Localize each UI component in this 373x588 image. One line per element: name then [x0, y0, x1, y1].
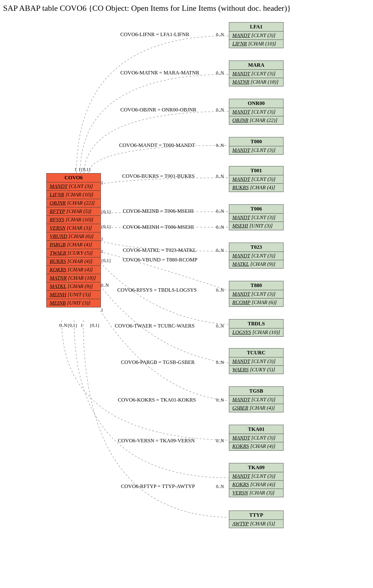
field: PARGB [CHAR (4)]	[47, 241, 101, 249]
field: KOKRS [CHAR (4)]	[47, 266, 101, 274]
cardinality-right: 0..N	[216, 323, 224, 329]
field: MANDT [CLNT (3)]	[229, 252, 283, 260]
entity-header: TGSB	[229, 387, 283, 396]
rel-label: COVO6-MATKL = T023-MATKL	[123, 247, 196, 253]
rel-label: COVO6-LIFNR = LFA1-LIFNR	[120, 31, 189, 38]
entity-t880: T880MANDT [CLNT (3)]RCOMP [CHAR (6)]	[229, 281, 284, 307]
entity-lfa1: LFA1MANDT [CLNT (3)]LIFNR [CHAR (10)]	[229, 22, 284, 48]
rel-label: COVO6-BUKRS = T001-BUKRS	[122, 173, 195, 179]
field: MANDT [CLNT (3)]	[229, 31, 283, 40]
entity-header: TCURC	[229, 348, 283, 357]
rel-label: COVO6-OBJNR = ONR00-OBJNR	[120, 107, 197, 113]
cardinality-right: 0..N	[216, 398, 224, 403]
field: MANDT [CLNT (3)]	[229, 175, 283, 184]
cardinality-left: 0..N{0,1}	[59, 323, 77, 328]
entity-header: T006	[229, 205, 283, 214]
field: RCOMP [CHAR (6)]	[229, 298, 283, 307]
entity-header: T880	[229, 281, 283, 290]
field: MATNR [CHAR (18)]	[47, 274, 101, 282]
field: LIFNR [CHAR (10)]	[47, 191, 101, 199]
entity-onr00: ONR00MANDT [CLNT (3)]OBJNR [CHAR (22)]	[229, 99, 284, 125]
field: MANDT [CLNT (3)]	[47, 182, 101, 191]
rel-label: COVO6-MEINH = T006-MSEHI	[123, 224, 194, 230]
field: KOKRS [CHAR (4)]	[229, 481, 283, 489]
entity-header: TKA01	[229, 425, 283, 434]
field: RFTYP [CHAR (5)]	[47, 207, 101, 216]
entity-header: COVO6	[47, 173, 101, 182]
entity-ttyp: TTYPAWTYP [CHAR (5)]	[229, 511, 284, 528]
cardinality-left: 0..N	[101, 283, 109, 288]
cardinality-right: 0..N	[216, 248, 224, 253]
cardinality-left: 1	[101, 249, 103, 254]
rel-label: COVO6-PARGB = TGSB-GSBER	[121, 359, 195, 365]
entity-header: T023	[229, 243, 283, 252]
field: OBJNR [CHAR (22)]	[229, 116, 283, 124]
field: MEINH [UNIT (3)]	[47, 291, 101, 299]
cardinality-right: 0..N	[216, 32, 224, 37]
entity-t023: T023MANDT [CLNT (3)]MATKL [CHAR (9)]	[229, 243, 284, 269]
entity-t001: T001MANDT [CLNT (3)]BUKRS [CHAR (4)]	[229, 166, 284, 192]
cardinality-right: 0..N	[216, 288, 224, 293]
entity-t006: T006MANDT [CLNT (3)]MSEHI [UNIT (3)]	[229, 204, 284, 230]
field: MANDT [CLNT (3)]	[229, 146, 283, 154]
field: BUKRS [CHAR (4)]	[229, 184, 283, 192]
field: TWAER [CUKY (5)]	[47, 249, 101, 257]
field: VERSN [CHAR (3)]	[47, 224, 101, 232]
field: MATKL [CHAR (9)]	[47, 282, 101, 291]
field: LOGSYS [CHAR (10)]	[229, 328, 283, 336]
entity-header: ONR00	[229, 99, 283, 108]
cardinality-right: 0..N	[216, 360, 224, 365]
field: MEINB [UNIT (3)]	[47, 299, 101, 307]
rel-label: COVO6-RFTYP = TTYP-AWTYP	[121, 483, 195, 490]
cardinality-left: {0,1}	[101, 224, 111, 229]
field: MANDT [CLNT (3)]	[229, 396, 283, 404]
cardinality-right: 0..N	[216, 209, 224, 214]
rel-label: COVO6-MATNR = MARA-MATNR	[120, 70, 199, 76]
field: AWTYP [CHAR (5)]	[229, 520, 283, 528]
field: MANDT [CLNT (3)]	[229, 472, 283, 481]
page-title: SAP ABAP table COVO6 {CO Object: Open It…	[0, 0, 373, 14]
field: MANDT [CLNT (3)]	[229, 434, 283, 442]
cardinality-right: 0..N	[216, 225, 224, 230]
field: BUKRS [CHAR (4)]	[47, 257, 101, 266]
cardinality-left: 1	[101, 180, 103, 186]
field: MANDT [CLNT (3)]	[229, 214, 283, 222]
field: MANDT [CLNT (3)]	[229, 70, 283, 78]
entity-tcurc: TCURCMANDT [CLNT (3)]WAERS [CUKY (5)]	[229, 348, 284, 374]
cardinality-right: 0..N	[216, 143, 224, 148]
entity-header: LFA1	[229, 23, 283, 31]
field: MATKL [CHAR (9)]	[229, 260, 283, 268]
rel-label: COVO6-MEINB = T006-MSEHI	[123, 208, 193, 214]
cardinality-right: 0..N	[216, 174, 224, 179]
cardinality-right: 0..N	[216, 484, 224, 489]
field: MANDT [CLNT (3)]	[229, 108, 283, 116]
entity-header: T000	[229, 137, 283, 146]
rel-label: COVO6-VERSN = TKA09-VERSN	[118, 438, 195, 444]
cardinality-left: {0,1}	[101, 209, 111, 215]
rel-label: COVO6-RFSYS = TBDLS-LOGSYS	[117, 287, 197, 293]
field: MANDT [CLNT (3)]	[229, 357, 283, 366]
rel-label: COVO6-MANDT = T000-MANDT	[119, 142, 195, 148]
entity-covo6: COVO6 MANDT [CLNT (3)]LIFNR [CHAR (10)]O…	[46, 173, 101, 307]
cardinality-right: 0..N	[216, 70, 224, 76]
cardinality-left: {0,1}	[89, 323, 100, 328]
rel-label: COVO6-VBUND = T880-RCOMP	[123, 257, 197, 263]
field: VBUND [CHAR (6)]	[47, 232, 101, 241]
field: WAERS [CUKY (5)]	[229, 366, 283, 374]
cardinality-left: 1	[81, 323, 83, 328]
entity-header: TTYP	[229, 511, 283, 520]
cardinality-right: 0..N	[216, 438, 224, 444]
field: VERSN [CHAR (3)]	[229, 489, 283, 497]
field: LIFNR [CHAR (10)]	[229, 40, 283, 48]
field: GSBER [CHAR (4)]	[229, 404, 283, 412]
entity-header: MARA	[229, 61, 283, 70]
field: MSEHI [UNIT (3)]	[229, 222, 283, 230]
field: MATNR [CHAR (18)]	[229, 78, 283, 86]
entity-tka09: TKA09MANDT [CLNT (3)]KOKRS [CHAR (4)]VER…	[229, 463, 284, 497]
entity-tgsb: TGSBMANDT [CLNT (3)]GSBER [CHAR (4)]	[229, 386, 284, 412]
entity-tka01: TKA01MANDT [CLNT (3)]KOKRS [CHAR (4)]	[229, 425, 284, 451]
rel-label: COVO6-KOKRS = TKA01-KOKRS	[118, 397, 196, 403]
field: OBJNR [CHAR (22)]	[47, 199, 101, 207]
entity-tbdls: TBDLSLOGSYS [CHAR (10)]	[229, 319, 284, 337]
cardinality-left: 1{0,1}	[78, 167, 91, 172]
